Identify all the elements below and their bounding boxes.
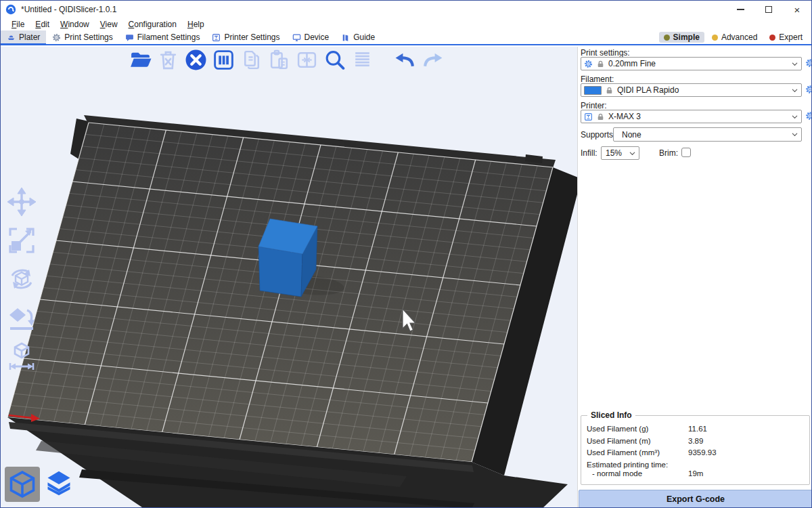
- undo-button[interactable]: [394, 49, 416, 71]
- export-gcode-button[interactable]: Export G-code: [579, 490, 812, 508]
- undo-icon: [394, 49, 416, 71]
- move-icon: [6, 186, 37, 217]
- search-button[interactable]: [323, 49, 346, 71]
- redo-icon: [422, 49, 444, 71]
- plater-toolbar: [129, 49, 444, 71]
- menu-window[interactable]: Window: [55, 20, 95, 29]
- minimize-button[interactable]: [726, 1, 754, 18]
- open-folder-icon: [129, 49, 152, 71]
- search-icon: [323, 49, 346, 71]
- trash-icon: [157, 49, 179, 71]
- chevron-down-icon: [791, 131, 798, 138]
- minimize-icon: [737, 9, 744, 10]
- arrange-button[interactable]: [212, 49, 235, 71]
- infill-select[interactable]: 15%: [601, 146, 639, 160]
- tab-filament-settings[interactable]: Filament Settings: [119, 30, 206, 44]
- cube-view-icon: [7, 469, 37, 499]
- mode-expert[interactable]: Expert: [765, 32, 807, 43]
- tab-bar: Plater Print Settings Filament Settings …: [1, 30, 811, 45]
- paste-button[interactable]: [268, 49, 290, 71]
- measure-icon: [6, 341, 37, 372]
- scene-canvas[interactable]: [1, 47, 577, 508]
- window-title: *Untitled - QIDISlicer-1.0.1: [21, 5, 116, 14]
- app-logo-icon: [5, 4, 16, 15]
- print-settings-gear-button[interactable]: [805, 58, 812, 68]
- filament-label: Filament:: [581, 75, 614, 84]
- mode-advanced[interactable]: Advanced: [707, 32, 762, 43]
- chevron-down-icon: [791, 60, 798, 68]
- menu-help[interactable]: Help: [182, 20, 210, 29]
- open-file-button[interactable]: [129, 49, 152, 71]
- supports-label: Supports:: [581, 130, 615, 140]
- simple-dot-icon: [664, 35, 670, 41]
- brim-checkbox[interactable]: [681, 148, 691, 157]
- maximize-button[interactable]: [754, 1, 783, 18]
- sliced-row-filament-g: Used Filament (g) 11.61: [587, 425, 804, 433]
- place-on-face-icon: [6, 302, 37, 333]
- print-settings-label: Print settings:: [581, 48, 630, 58]
- tab-plater[interactable]: Plater: [1, 30, 46, 44]
- paste-icon: [268, 49, 290, 71]
- move-button[interactable]: [6, 186, 37, 217]
- printer-select[interactable]: X-MAX 3: [581, 110, 802, 123]
- menu-edit[interactable]: Edit: [30, 20, 55, 29]
- measure-button[interactable]: [6, 341, 37, 372]
- chevron-down-icon: [791, 113, 798, 121]
- filament-select[interactable]: QIDI PLA Rapido: [581, 83, 802, 97]
- layers-icon: [351, 49, 374, 71]
- copy-icon: [240, 49, 263, 71]
- menu-configuration[interactable]: Configuration: [123, 20, 182, 29]
- close-button[interactable]: ×: [783, 1, 811, 18]
- gear-icon: [52, 33, 61, 42]
- place-on-face-button[interactable]: [6, 302, 37, 333]
- scale-button[interactable]: [6, 225, 37, 256]
- delete-all-button[interactable]: [185, 49, 207, 71]
- guide-book-icon: [341, 33, 350, 42]
- lock-icon: [596, 112, 605, 121]
- advanced-dot-icon: [712, 35, 718, 41]
- rotate-icon: [6, 263, 37, 295]
- tab-guide[interactable]: Guide: [335, 30, 381, 44]
- expert-dot-icon: [769, 35, 775, 41]
- lock-icon: [596, 60, 605, 68]
- filament-icon: [125, 33, 134, 42]
- supports-select[interactable]: None: [613, 127, 802, 142]
- window-controls: ×: [726, 1, 811, 18]
- print-settings-select[interactable]: 0.20mm Fine: [581, 57, 802, 70]
- title-bar: *Untitled - QIDISlicer-1.0.1 ×: [1, 1, 811, 18]
- arrange-icon: [212, 49, 235, 71]
- filament-gear-button[interactable]: [805, 85, 812, 94]
- view-toolbar: [5, 467, 76, 502]
- close-icon: ×: [794, 5, 800, 15]
- menu-file[interactable]: File: [6, 20, 30, 29]
- printer-gear-button[interactable]: [805, 111, 812, 121]
- mode-simple[interactable]: Simple: [659, 32, 704, 43]
- brim-label: Brim:: [659, 148, 678, 158]
- rotate-button[interactable]: [6, 263, 37, 295]
- redo-button[interactable]: [422, 49, 444, 71]
- settings-panel: Print settings: 0.20mm Fine Filament: QI…: [577, 47, 812, 508]
- printer-icon: [212, 33, 221, 42]
- delete-button[interactable]: [157, 49, 179, 71]
- sliced-row-normal-mode: - normal mode 19m: [587, 469, 804, 478]
- mode-selector: Simple Advanced Expert: [659, 30, 811, 44]
- 3d-viewport[interactable]: [1, 47, 577, 508]
- infill-label: Infill:: [581, 148, 597, 158]
- plater-icon: [7, 33, 16, 42]
- tab-device[interactable]: Device: [286, 30, 336, 44]
- preview-layers-icon: [44, 469, 74, 499]
- tab-printer-settings[interactable]: Printer Settings: [206, 30, 286, 44]
- chevron-down-icon: [629, 150, 636, 157]
- scale-icon: [6, 225, 37, 256]
- menu-view[interactable]: View: [95, 20, 123, 29]
- gizmo-toolbar: [6, 186, 37, 372]
- variable-layer-height-button[interactable]: [351, 49, 374, 71]
- copy-button[interactable]: [240, 49, 263, 71]
- device-monitor-icon: [292, 33, 301, 42]
- tab-print-settings[interactable]: Print Settings: [46, 30, 118, 44]
- sliced-info-title: Sliced Info: [587, 410, 635, 420]
- preview-layers-view-button[interactable]: [41, 467, 76, 502]
- printer-icon: [584, 112, 593, 121]
- split-button[interactable]: [296, 49, 318, 71]
- 3d-editor-view-button[interactable]: [5, 467, 40, 502]
